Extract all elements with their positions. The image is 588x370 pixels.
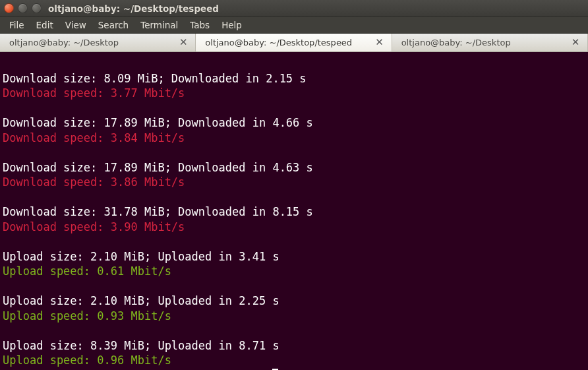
close-icon[interactable]: ✕ — [570, 38, 581, 48]
upload-speed-1: Upload speed: 0.93 Mbit/s — [3, 309, 171, 323]
window-controls — [4, 3, 42, 13]
tab-0[interactable]: oltjano@baby: ~/Desktop ✕ — [0, 34, 196, 51]
upload-info-0: Upload size: 2.10 MiB; Uploaded in 3.41 … — [3, 250, 279, 263]
menu-file[interactable]: File — [4, 18, 30, 32]
tab-0-label: oltjano@baby: ~/Desktop — [9, 38, 173, 47]
download-speed-2: Download speed: 3.86 Mbit/s — [3, 175, 185, 189]
upload-info-1: Upload size: 2.10 MiB; Uploaded in 2.25 … — [3, 294, 279, 307]
download-info-0: Download size: 8.09 MiB; Downloaded in 2… — [3, 72, 307, 85]
window-titlebar: oltjano@baby: ~/Desktop/tespeed — [0, 0, 588, 17]
download-info-2: Download size: 17.89 MiB; Downloaded in … — [3, 161, 313, 174]
tab-2[interactable]: oltjano@baby: ~/Desktop ✕ — [392, 34, 588, 51]
close-icon[interactable]: ✕ — [178, 38, 189, 48]
menu-help[interactable]: Help — [216, 18, 247, 32]
upload-info-2: Upload size: 8.39 MiB; Uploaded in 8.71 … — [3, 339, 279, 352]
download-info-3: Download size: 31.78 MiB; Downloaded in … — [3, 205, 313, 218]
upload-speed-0: Upload speed: 0.61 Mbit/s — [3, 264, 171, 278]
tab-1[interactable]: oltjano@baby: ~/Desktop/tespeed ✕ — [196, 34, 392, 51]
terminal-output[interactable]: Download size: 8.09 MiB; Downloaded in 2… — [0, 52, 588, 370]
menu-terminal[interactable]: Terminal — [135, 18, 183, 32]
tab-1-label: oltjano@baby: ~/Desktop/tespeed — [205, 38, 368, 47]
download-info-1: Download size: 17.89 MiB; Downloaded in … — [3, 116, 313, 129]
maximize-icon[interactable] — [32, 3, 42, 13]
menu-edit[interactable]: Edit — [31, 18, 59, 32]
upload-speed-2: Upload speed: 0.96 Mbit/s — [3, 354, 171, 367]
close-icon[interactable] — [4, 3, 14, 13]
download-speed-1: Download speed: 3.84 Mbit/s — [3, 131, 185, 144]
minimize-icon[interactable] — [18, 3, 28, 13]
download-speed-3: Download speed: 3.90 Mbit/s — [3, 220, 185, 233]
menu-bar: File Edit View Search Terminal Tabs Help — [0, 17, 588, 34]
window-title: oltjano@baby: ~/Desktop/tespeed — [48, 3, 219, 14]
menu-tabs[interactable]: Tabs — [185, 18, 215, 32]
download-speed-0: Download speed: 3.77 Mbit/s — [3, 86, 185, 100]
menu-search[interactable]: Search — [93, 18, 134, 32]
close-icon[interactable]: ✕ — [374, 38, 385, 48]
tab-bar: oltjano@baby: ~/Desktop ✕ oltjano@baby: … — [0, 34, 588, 52]
menu-view[interactable]: View — [60, 18, 92, 32]
tab-2-label: oltjano@baby: ~/Desktop — [401, 38, 565, 47]
